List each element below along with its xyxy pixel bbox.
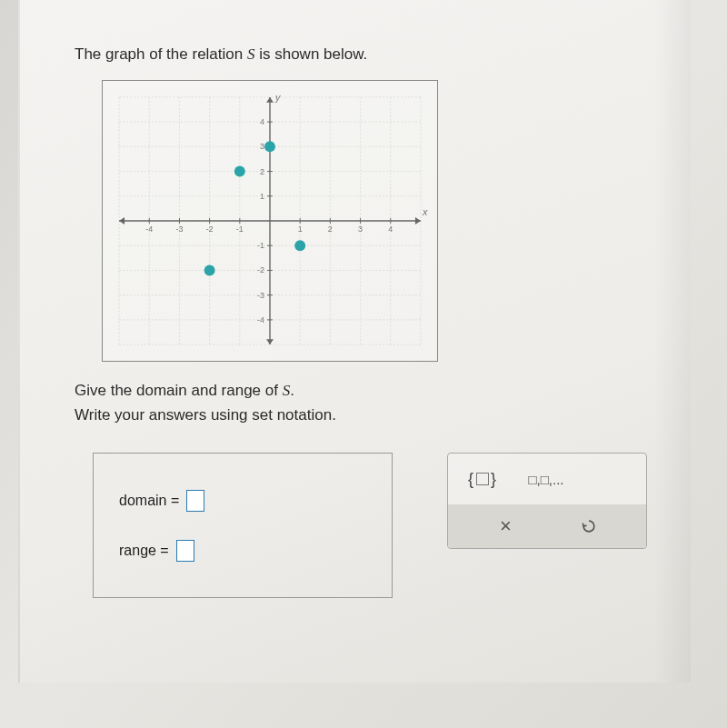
undo-button[interactable] (571, 514, 607, 539)
page-vignette (654, 0, 691, 683)
prompt-pre: The graph of the relation (75, 45, 247, 63)
svg-point-58 (264, 141, 275, 152)
range-line: range = (119, 540, 366, 562)
svg-point-60 (294, 240, 305, 251)
prompt-text: The graph of the relation S is shown bel… (75, 45, 654, 64)
svg-text:-3: -3 (175, 224, 183, 234)
answer-box: domain = range = (93, 453, 393, 598)
domain-input[interactable] (186, 490, 204, 512)
svg-point-61 (204, 264, 215, 275)
svg-text:-2: -2 (206, 224, 214, 234)
range-label: range = (119, 543, 169, 559)
svg-text:-4: -4 (145, 224, 153, 234)
domain-line: domain = (119, 490, 366, 512)
domain-label: domain = (119, 493, 179, 509)
tools-bottom-row: × (448, 504, 646, 548)
svg-text:2: 2 (328, 224, 333, 234)
answers-row: domain = range = {} □,□,... × (93, 453, 654, 598)
instr-line1-pre: Give the domain and range of (75, 382, 283, 399)
clear-button[interactable]: × (488, 514, 524, 539)
set-list-button[interactable]: □,□,... (528, 466, 564, 492)
instruction-text: Give the domain and range of S. Write yo… (75, 378, 654, 427)
tools-top-row: {} □,□,... (448, 454, 646, 504)
relation-graph: -4-3-2-11234-4-3-2-11234xy (102, 80, 438, 362)
svg-text:3: 3 (358, 224, 363, 234)
svg-text:x: x (422, 206, 428, 217)
placeholder-square-icon (476, 473, 489, 485)
instr-line2: Write your answers using set notation. (75, 406, 336, 424)
undo-icon (580, 517, 598, 535)
svg-text:y: y (274, 92, 281, 103)
svg-text:-3: -3 (257, 291, 264, 300)
svg-text:-1: -1 (236, 224, 244, 234)
chart-svg: -4-3-2-11234-4-3-2-11234xy (103, 81, 437, 361)
svg-text:-1: -1 (257, 241, 264, 250)
instr-line1-post: . (290, 382, 294, 399)
svg-text:3: 3 (260, 142, 264, 151)
svg-text:4: 4 (388, 224, 393, 234)
svg-text:-4: -4 (257, 315, 264, 324)
prompt-post: is shown below. (254, 45, 367, 63)
svg-text:1: 1 (298, 224, 303, 234)
range-input[interactable] (176, 540, 194, 562)
svg-text:2: 2 (260, 167, 264, 176)
set-braces-button[interactable]: {} (464, 466, 501, 492)
instr-relation-name: S (283, 382, 291, 399)
svg-text:1: 1 (260, 192, 264, 201)
svg-point-59 (234, 166, 245, 177)
tools-panel: {} □,□,... × (447, 453, 647, 549)
svg-text:4: 4 (260, 117, 264, 126)
svg-text:-2: -2 (257, 265, 264, 274)
